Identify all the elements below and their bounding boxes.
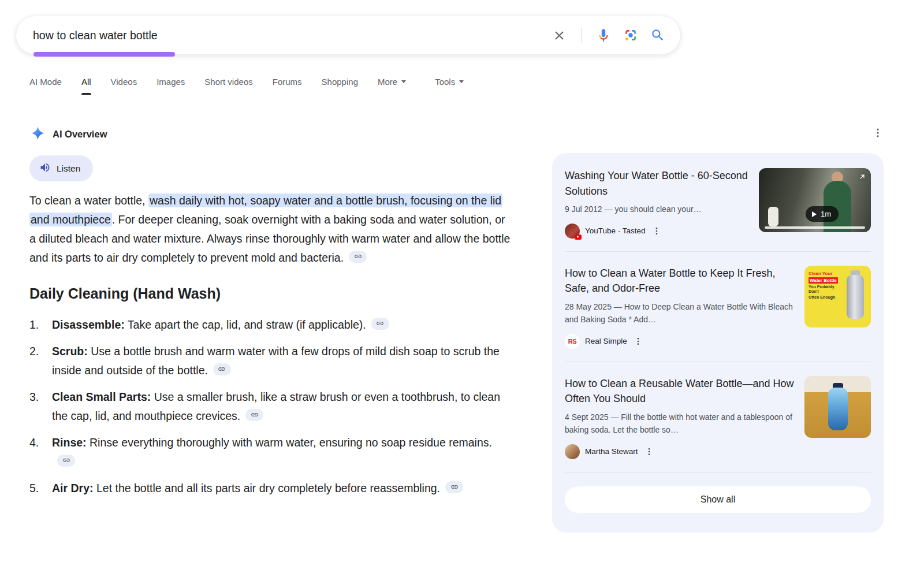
source-menu-icon[interactable] xyxy=(633,336,643,347)
voice-search-icon[interactable] xyxy=(596,28,611,43)
youtube-avatar xyxy=(565,224,580,239)
source-card: How to Clean a Reusable Water Bottle—and… xyxy=(565,362,871,472)
tab-ai-mode[interactable]: AI Mode xyxy=(29,77,62,95)
source-snippet: 4 Sept 2025 — Fill the bottle with hot w… xyxy=(565,411,795,437)
thumbnail-bottle xyxy=(847,275,864,319)
list-item: 5. Air Dry: Let the bottle and all its p… xyxy=(29,479,513,498)
source-card: Washing Your Water Bottle - 60-Second So… xyxy=(565,154,871,252)
ai-overview-title: AI Overview xyxy=(53,129,107,140)
chevron-down-icon xyxy=(459,80,464,83)
tab-short-videos[interactable]: Short videos xyxy=(204,77,252,95)
real-simple-avatar: RS xyxy=(565,334,580,349)
citation-link-icon[interactable] xyxy=(371,318,389,330)
search-icon[interactable] xyxy=(650,28,665,43)
tab-tools[interactable]: Tools xyxy=(435,77,464,95)
ai-sparkle-icon xyxy=(31,126,45,143)
source-title[interactable]: How to Clean a Water Bottle to Keep It F… xyxy=(565,266,795,296)
citation-link-icon[interactable] xyxy=(445,481,463,493)
thumbnail-bottle xyxy=(828,388,848,430)
tab-forums[interactable]: Forums xyxy=(273,77,302,95)
speaker-icon xyxy=(39,162,51,176)
video-duration-badge: 1m xyxy=(806,206,839,222)
source-snippet: 28 May 2025 — How to Deep Clean a Water … xyxy=(565,300,795,326)
thumbnail-bottle xyxy=(768,207,778,226)
ai-loading-bar xyxy=(33,52,175,57)
source-menu-icon[interactable] xyxy=(644,446,654,457)
list-item: 4. Rinse: Rinse everything thoroughly wi… xyxy=(29,433,513,471)
source-name: Real Simple xyxy=(585,337,627,345)
citation-link-icon[interactable] xyxy=(245,409,263,421)
youtube-badge-icon xyxy=(575,235,582,240)
tab-shopping[interactable]: Shopping xyxy=(322,77,358,95)
clear-search-icon[interactable] xyxy=(552,28,567,43)
source-snippet: 9 Jul 2012 — you should clean your… xyxy=(565,203,750,216)
tab-all[interactable]: All xyxy=(81,77,91,95)
tab-images[interactable]: Images xyxy=(157,77,185,95)
ai-overview-header: AI Overview xyxy=(31,126,107,143)
video-thumbnail[interactable]: 1m xyxy=(759,168,871,232)
article-thumbnail[interactable]: Clean Your Water Bottle You Probably Don… xyxy=(804,266,871,327)
cleaning-steps-list: 1. Disassemble: Take apart the cap, lid,… xyxy=(29,315,513,498)
citation-link-icon[interactable] xyxy=(57,455,75,467)
list-item: 1. Disassemble: Take apart the cap, lid,… xyxy=(29,315,513,334)
listen-button[interactable]: Listen xyxy=(29,155,93,181)
source-card: How to Clean a Water Bottle to Keep It F… xyxy=(565,252,871,362)
tab-more[interactable]: More xyxy=(378,77,406,95)
citation-link-icon[interactable] xyxy=(213,363,231,375)
search-bar xyxy=(16,16,681,55)
source-title[interactable]: How to Clean a Reusable Water Bottle—and… xyxy=(565,376,795,407)
section-heading: Daily Cleaning (Hand Wash) xyxy=(29,284,513,303)
thumbnail-text: Clean Your Water Bottle You Probably Don… xyxy=(808,271,844,300)
source-menu-icon[interactable] xyxy=(651,226,662,236)
chevron-down-icon xyxy=(401,80,406,83)
article-thumbnail[interactable] xyxy=(804,376,871,438)
list-item: 3. Clean Small Parts: Use a smaller brus… xyxy=(29,388,513,426)
martha-stewart-avatar xyxy=(565,444,580,459)
overview-menu-icon[interactable] xyxy=(871,126,885,140)
source-name: YouTube · Tasted xyxy=(585,226,646,235)
tab-videos[interactable]: Videos xyxy=(111,77,137,95)
ai-overview-body: To clean a water bottle, wash daily with… xyxy=(29,191,513,505)
search-divider xyxy=(581,28,582,43)
video-progress-bar xyxy=(765,226,865,229)
source-name: Martha Stewart xyxy=(585,447,638,456)
show-all-button[interactable]: Show all xyxy=(565,486,871,513)
source-title[interactable]: Washing Your Water Bottle - 60-Second So… xyxy=(565,168,750,199)
list-item: 2. Scrub: Use a bottle brush and warm wa… xyxy=(29,342,513,380)
sources-panel: Washing Your Water Bottle - 60-Second So… xyxy=(552,153,884,533)
citation-link-icon[interactable] xyxy=(349,251,367,263)
search-input[interactable] xyxy=(33,29,552,42)
overview-paragraph: To clean a water bottle, wash daily with… xyxy=(29,191,513,267)
google-lens-icon[interactable] xyxy=(623,28,638,43)
result-tabs: AI Mode All Videos Images Short videos F… xyxy=(29,77,464,95)
play-icon xyxy=(812,211,817,217)
expand-icon[interactable] xyxy=(858,173,866,183)
